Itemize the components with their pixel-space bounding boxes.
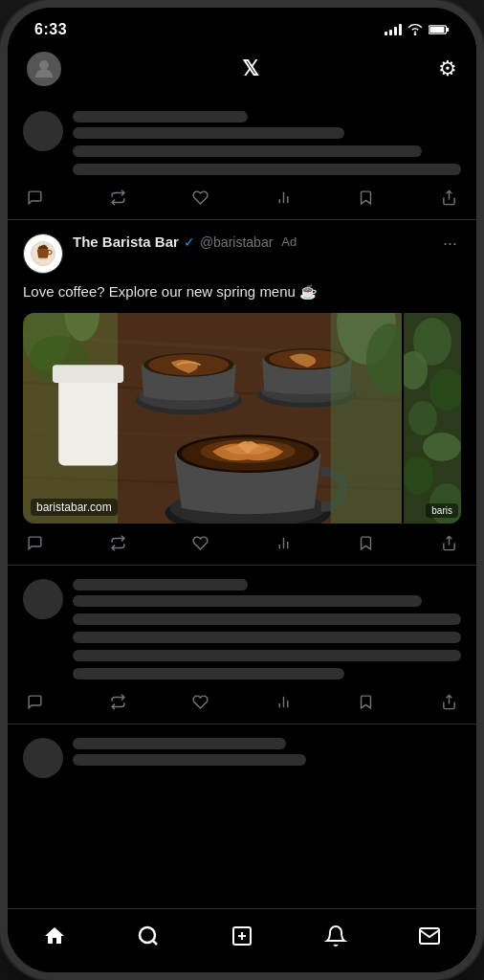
ad-tweet-text: Love coffee? Explore our new spring menu… bbox=[23, 281, 461, 303]
bookmark-action-2[interactable] bbox=[358, 694, 374, 710]
svg-line-55 bbox=[153, 941, 157, 945]
like-action-2[interactable] bbox=[192, 694, 209, 710]
tweet-feed[interactable]: The Barista Bar ✓ @baristabar Ad ··· Lov… bbox=[8, 98, 476, 908]
svg-rect-1 bbox=[447, 28, 449, 32]
bookmark-action-ad[interactable] bbox=[358, 535, 374, 551]
status-bar: 6:33 bbox=[8, 8, 476, 44]
skeleton-avatar-2 bbox=[23, 579, 63, 619]
views-action-1[interactable] bbox=[275, 189, 292, 206]
retweet-action-1[interactable] bbox=[110, 189, 126, 206]
x-logo: 𝕏 bbox=[242, 56, 258, 81]
skeleton-tweet-1 bbox=[8, 98, 476, 220]
share-action-2[interactable] bbox=[441, 694, 457, 710]
reply-action-2[interactable] bbox=[27, 694, 43, 710]
image-url-label: baristabar.com bbox=[31, 499, 118, 516]
skeleton-tweet-2 bbox=[8, 566, 476, 724]
mail-icon bbox=[418, 924, 441, 947]
ad-tweet-actions bbox=[23, 535, 461, 551]
svg-point-44 bbox=[404, 457, 433, 495]
svg-point-54 bbox=[140, 927, 155, 943]
coffee-image-side[interactable]: baris bbox=[404, 313, 461, 523]
barista-handle: @baristabar bbox=[200, 234, 273, 250]
bell-icon bbox=[324, 924, 347, 947]
svg-rect-2 bbox=[429, 27, 444, 33]
nav-messages[interactable] bbox=[408, 919, 451, 953]
user-avatar[interactable] bbox=[27, 52, 61, 86]
views-action-2[interactable] bbox=[275, 694, 292, 710]
coffee-image-main[interactable]: baristabar.com bbox=[23, 313, 402, 523]
svg-rect-21 bbox=[53, 365, 123, 383]
svg-point-10 bbox=[38, 256, 48, 259]
ad-tweet-meta: The Barista Bar ✓ @baristabar Ad bbox=[73, 234, 429, 253]
nav-notifications[interactable] bbox=[315, 919, 357, 953]
settings-icon[interactable]: ⚙ bbox=[438, 56, 457, 81]
wifi-icon bbox=[407, 24, 423, 35]
nav-compose[interactable] bbox=[221, 919, 263, 953]
more-options-button[interactable]: ··· bbox=[439, 234, 461, 254]
compose-icon bbox=[231, 924, 253, 947]
retweet-action-2[interactable] bbox=[110, 694, 126, 710]
nav-home[interactable] bbox=[33, 919, 76, 953]
verified-badge: ✓ bbox=[184, 234, 195, 250]
skeleton-avatar-1 bbox=[23, 111, 63, 151]
svg-point-43 bbox=[423, 433, 461, 461]
like-action-ad[interactable] bbox=[192, 535, 209, 551]
views-action-ad[interactable] bbox=[275, 535, 292, 551]
status-time: 6:33 bbox=[34, 21, 67, 38]
svg-rect-20 bbox=[58, 370, 118, 465]
phone-frame: 6:33 𝕏 ⚙ bbox=[0, 0, 484, 980]
image-side-label: baris bbox=[426, 503, 458, 518]
share-action-ad[interactable] bbox=[441, 535, 457, 551]
skeleton-avatar-3 bbox=[23, 738, 63, 778]
like-action-1[interactable] bbox=[192, 189, 209, 206]
barista-avatar[interactable] bbox=[23, 234, 63, 274]
reply-action-1[interactable] bbox=[27, 189, 43, 206]
ad-tweet-images[interactable]: baristabar.com baris bbox=[23, 313, 461, 523]
barista-account-name: The Barista Bar bbox=[73, 234, 179, 250]
ad-label: Ad bbox=[281, 234, 297, 249]
bottom-navigation bbox=[8, 908, 476, 972]
search-icon bbox=[137, 924, 160, 947]
reply-action-ad[interactable] bbox=[27, 535, 43, 551]
share-action-1[interactable] bbox=[441, 189, 457, 206]
top-navigation: 𝕏 ⚙ bbox=[8, 44, 476, 98]
svg-point-42 bbox=[408, 401, 437, 435]
nav-search[interactable] bbox=[127, 919, 169, 953]
status-icons bbox=[385, 24, 450, 35]
signal-bars-icon bbox=[385, 24, 402, 35]
battery-icon bbox=[429, 24, 450, 35]
skeleton-tweet-3 bbox=[8, 724, 476, 799]
svg-point-3 bbox=[39, 60, 49, 70]
retweet-action-ad[interactable] bbox=[110, 535, 126, 551]
home-icon bbox=[43, 924, 66, 947]
ad-tweet-barista: The Barista Bar ✓ @baristabar Ad ··· Lov… bbox=[8, 220, 476, 566]
bookmark-action-1[interactable] bbox=[358, 189, 374, 206]
